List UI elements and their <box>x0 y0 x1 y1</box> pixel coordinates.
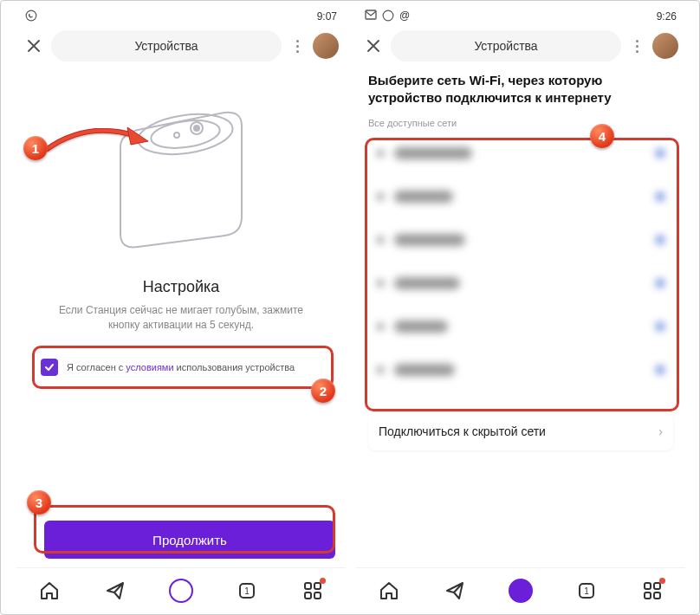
status-bar: 9:07 <box>16 6 346 27</box>
status-time: 9:26 <box>657 10 677 23</box>
status-bar: @ 9:26 <box>356 6 685 27</box>
kebab-menu[interactable] <box>288 40 306 53</box>
terms-row: Я согласен с условиями использования уст… <box>30 350 332 385</box>
avatar[interactable] <box>652 33 678 59</box>
svg-point-5 <box>174 133 179 138</box>
wifi-signal-icon <box>656 192 664 201</box>
setup-title: Настройка <box>30 278 332 296</box>
hidden-network-button[interactable]: Подключиться к скрытой сети › <box>368 412 673 450</box>
home-icon[interactable] <box>377 579 401 603</box>
wifi-item[interactable] <box>368 218 673 262</box>
tabs-icon[interactable]: 1 <box>235 579 259 603</box>
header-title-pill[interactable]: Устройства <box>51 30 282 62</box>
terms-link[interactable]: условиями <box>126 362 173 372</box>
bottom-nav: 1 <box>356 567 685 612</box>
svg-rect-12 <box>366 10 376 19</box>
svg-rect-8 <box>305 583 311 589</box>
status-time: 9:07 <box>317 10 337 23</box>
device-illustration <box>30 74 332 273</box>
mail-icon <box>365 10 377 24</box>
wifi-signal-icon <box>656 322 664 331</box>
wifi-list <box>368 132 673 392</box>
svg-rect-9 <box>314 583 321 589</box>
svg-point-2 <box>149 117 221 152</box>
svg-rect-16 <box>645 583 651 589</box>
services-icon[interactable] <box>640 579 664 603</box>
chevron-right-icon: › <box>658 424 663 438</box>
bottom-nav: 1 <box>16 567 346 612</box>
screen-setup: 9:07 Устройства <box>16 6 346 612</box>
svg-point-0 <box>26 10 36 21</box>
header-bar: Устройства <box>356 27 685 65</box>
wifi-signal-icon <box>656 149 664 158</box>
kebab-menu[interactable] <box>628 40 645 53</box>
wifi-item[interactable] <box>368 175 673 218</box>
avatar[interactable] <box>313 33 339 59</box>
svg-rect-10 <box>305 592 311 599</box>
svg-rect-11 <box>314 592 321 599</box>
svg-rect-19 <box>654 592 660 599</box>
svg-rect-18 <box>645 592 651 599</box>
continue-button[interactable]: Продолжить <box>44 521 335 559</box>
svg-rect-17 <box>654 583 660 589</box>
alice-icon[interactable] <box>169 579 193 603</box>
wifi-signal-icon <box>656 366 664 374</box>
header-title-pill[interactable]: Устройства <box>391 30 621 62</box>
svg-point-1 <box>135 109 235 160</box>
close-button[interactable] <box>23 36 44 56</box>
wifi-item[interactable] <box>368 348 673 392</box>
at-icon: @ <box>399 10 410 24</box>
notification-dot-icon <box>320 578 326 584</box>
setup-desc: Если Станция сейчас не мигает голубым, з… <box>30 303 332 333</box>
wifi-item[interactable] <box>368 305 673 348</box>
close-button[interactable] <box>363 36 384 56</box>
terms-text: Я согласен с условиями использования уст… <box>67 362 295 372</box>
wifi-item[interactable] <box>368 132 673 175</box>
terms-checkbox[interactable] <box>41 359 58 376</box>
notification-dot-icon <box>659 578 665 584</box>
header-bar: Устройства <box>16 27 346 65</box>
svg-text:1: 1 <box>244 586 250 596</box>
alice-icon[interactable] <box>509 579 533 603</box>
svg-point-4 <box>194 126 199 131</box>
screen-wifi: @ 9:26 Устройства Выберите сеть Wi-Fi, ч… <box>356 6 685 612</box>
whatsapp-icon <box>382 10 394 24</box>
svg-point-13 <box>383 10 393 21</box>
send-icon[interactable] <box>103 579 127 603</box>
wifi-item[interactable] <box>368 262 673 305</box>
wifi-signal-icon <box>656 279 664 288</box>
svg-text:1: 1 <box>584 586 589 596</box>
home-icon[interactable] <box>37 579 62 603</box>
send-icon[interactable] <box>443 579 467 603</box>
whatsapp-icon <box>25 10 37 24</box>
header-title: Устройства <box>134 39 198 53</box>
wifi-section-label: Все доступные сети <box>356 116 685 132</box>
header-title: Устройства <box>474 39 537 53</box>
tabs-icon[interactable]: 1 <box>574 579 599 603</box>
services-icon[interactable] <box>301 579 325 603</box>
wifi-heading: Выберите сеть Wi-Fi, через которую устро… <box>356 65 685 116</box>
wifi-signal-icon <box>656 236 664 244</box>
